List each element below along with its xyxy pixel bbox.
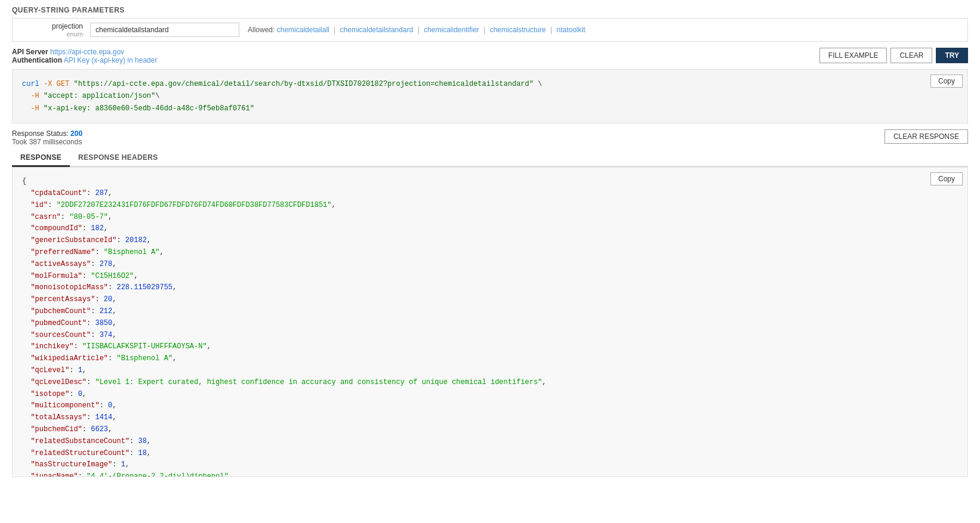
json-line-monoisotopicMass: "monoisotopicMass": 228.115029755,	[22, 282, 958, 294]
json-response-box: Copy { "cpdataCount": 287, "id": "2DDF27…	[12, 167, 968, 477]
page-wrapper: QUERY-STRING PARAMETERS projection enum …	[0, 0, 980, 483]
json-copy-button[interactable]: Copy	[930, 172, 963, 185]
json-line-qcLevel: "qcLevel": 1,	[22, 365, 958, 377]
json-line-sourcesCount: "sourcesCount": 374,	[22, 330, 958, 342]
api-server-url[interactable]: https://api-ccte.epa.gov	[50, 48, 124, 56]
json-line-casrn: "casrn": "80-05-7",	[22, 212, 958, 224]
json-line-pubchemCid: "pubchemCid": 6623,	[22, 424, 958, 436]
json-line-qcLevelDesc: "qcLevelDesc": "Level 1: Expert curated,…	[22, 377, 958, 389]
clear-response-button[interactable]: CLEAR RESPONSE	[885, 129, 968, 144]
curl-box: Copy curl -X GET "https://api-ccte.epa.g…	[12, 69, 968, 123]
json-line-wikipediaArticle: "wikipediaArticle": "Bisphenol A",	[22, 353, 958, 365]
allowed-chemicalidentifier[interactable]: chemicalidentifier	[424, 26, 479, 34]
tabs-row: RESPONSE RESPONSE HEADERS	[12, 150, 968, 167]
json-line-id: "id": "2DDF27207E232431FD76FDFD67FDFD76F…	[22, 200, 958, 212]
projection-input[interactable]	[90, 23, 239, 37]
json-line-iupacName: "iupacName": "4,4'-(Propane-2,2-diyl)dip…	[22, 471, 958, 477]
api-server-label: API Server	[12, 48, 48, 56]
param-type: enum	[19, 30, 83, 38]
clear-button[interactable]: CLEAR	[890, 48, 932, 63]
json-line-totalAssays: "totalAssays": 1414,	[22, 412, 958, 424]
api-buttons: FILL EXAMPLE CLEAR TRY	[819, 48, 968, 63]
try-button[interactable]: TRY	[936, 48, 968, 63]
json-line-percentAssays: "percentAssays": 20,	[22, 294, 958, 306]
response-time: Took 387 milliseconds	[12, 138, 82, 146]
api-info-row: API Server https://api-ccte.epa.gov Auth…	[12, 48, 968, 64]
param-allowed: Allowed: chemicaldetailall | chemicaldet…	[248, 26, 585, 34]
response-status-code: 200	[70, 129, 82, 138]
json-line-relatedSubstanceCount: "relatedSubstanceCount": 38,	[22, 436, 958, 448]
api-info-left: API Server https://api-ccte.epa.gov Auth…	[12, 48, 157, 64]
json-open-brace: {	[22, 176, 958, 188]
api-server-line: API Server https://api-ccte.epa.gov	[12, 48, 157, 56]
curl-line2: -H "accept: application/json"\	[22, 90, 958, 102]
curl-line3: -H "x-api-key: a8360e60-5edb-46dd-a48c-9…	[22, 103, 958, 114]
allowed-ntatoolkit[interactable]: ntatoolkit	[557, 26, 585, 34]
api-auth-line: Authentication API Key (x-api-key) in he…	[12, 56, 157, 64]
response-status-info: Response Status: 200 Took 387 millisecon…	[12, 129, 82, 146]
fill-example-button[interactable]: FILL EXAMPLE	[819, 48, 887, 63]
tab-response[interactable]: RESPONSE	[12, 150, 70, 167]
json-line-relatedStructureCount: "relatedStructureCount": 18,	[22, 448, 958, 460]
json-line-inchikey: "inchikey": "IISBACLAFKSPIT-UHFFFAOYSA-N…	[22, 341, 958, 353]
json-line-genericSubstanceId: "genericSubstanceId": 20182,	[22, 235, 958, 247]
json-line-hasStructureImage: "hasStructureImage": 1,	[22, 459, 958, 471]
json-line-activeAssays: "activeAssays": 278,	[22, 259, 958, 271]
json-line-molFormula: "molFormula": "C15H16O2",	[22, 271, 958, 283]
param-name: projection	[19, 22, 83, 30]
allowed-chemicaldetailstandard[interactable]: chemicaldetailstandard	[340, 26, 414, 34]
param-label: projection enum	[19, 22, 90, 38]
response-status-label: Response Status:	[12, 129, 69, 138]
section-title: QUERY-STRING PARAMETERS	[12, 6, 968, 14]
tab-response-headers[interactable]: RESPONSE HEADERS	[70, 150, 167, 167]
json-line-pubchemCount: "pubchemCount": 212,	[22, 306, 958, 318]
json-line-cpdataCount: "cpdataCount": 287,	[22, 188, 958, 200]
json-line-multicomponent: "multicomponent": 0,	[22, 400, 958, 412]
response-status-row: Response Status: 200 Took 387 millisecon…	[12, 129, 968, 146]
api-auth-label: Authentication	[12, 56, 62, 64]
query-string-section: QUERY-STRING PARAMETERS projection enum …	[12, 6, 968, 42]
allowed-label: Allowed:	[248, 26, 275, 34]
param-row: projection enum Allowed: chemicaldetaila…	[12, 18, 968, 42]
allowed-chemicalstructure[interactable]: chemicalstructure	[490, 26, 546, 34]
response-status-text: Response Status: 200	[12, 129, 82, 138]
json-line-compoundId: "compoundId": 182,	[22, 223, 958, 235]
curl-line1: curl -X GET "https://api-ccte.epa.gov/ch…	[22, 78, 958, 90]
json-line-pubmedCount: "pubmedCount": 3850,	[22, 318, 958, 330]
api-auth-text: API Key (x-api-key) in header	[64, 56, 158, 64]
json-line-isotope: "isotope": 0,	[22, 389, 958, 401]
curl-copy-button[interactable]: Copy	[930, 75, 963, 88]
json-line-preferredName: "preferredName": "Bisphenol A",	[22, 247, 958, 259]
allowed-chemicaldetailall[interactable]: chemicaldetailall	[277, 26, 329, 34]
